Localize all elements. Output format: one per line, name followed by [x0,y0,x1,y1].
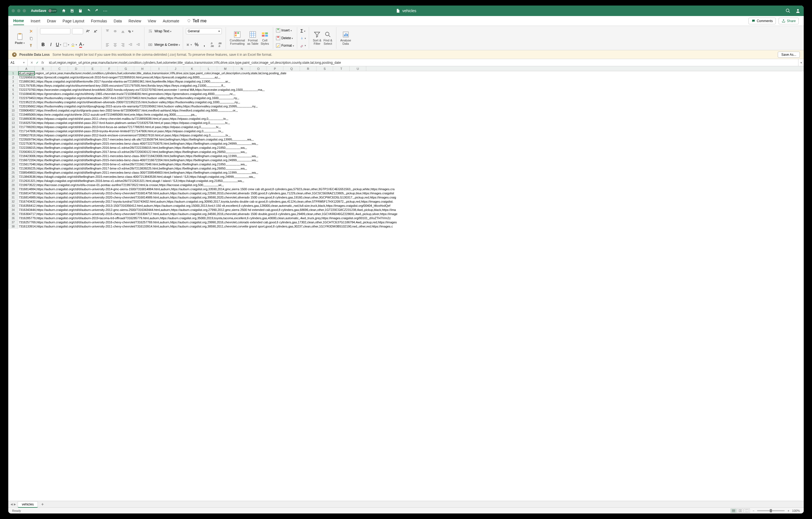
merge-centre-button[interactable]: Merge & Centre [154,43,180,47]
confirm-formula-button[interactable]: ✓ [36,61,39,65]
format-painter-button[interactable] [28,42,34,49]
maximize-window[interactable] [23,9,26,12]
column-header-H[interactable]: H [134,66,151,71]
font-name-select[interactable] [40,28,70,34]
namebox-dropdown-icon[interactable]: ▼ [23,61,25,64]
row-header[interactable]: 17 [8,138,18,142]
cancel-formula-button[interactable]: ✕ [30,61,33,65]
cell-a34[interactable]: 7316343444,https://auburn.craigslist.org… [18,208,396,212]
comma-format-button[interactable]: , [201,42,207,48]
cut-button[interactable] [28,28,34,34]
spreadsheet-grid[interactable]: ABCDEFGHIJKLMNOPQRSTU 1id,url,region,reg… [8,66,804,501]
cell-a23[interactable]: 7215617048,https://bellingham.craigslist… [18,162,247,166]
cell-a16[interactable]: 7209027818,https://elpaso.craigslist.org… [18,133,231,138]
cell-a32[interactable]: 7316743432,https://auburn.craigslist.org… [18,200,393,204]
zoom-level[interactable]: 100% [792,509,800,512]
page-layout-view-button[interactable] [737,509,743,513]
tell-me[interactable]: Tell me [187,19,207,24]
underline-button[interactable]: U [56,42,62,48]
cell-a14[interactable]: 7217788283,https://elpaso.craigslist.org… [18,125,221,129]
cell-a11[interactable]: 7219485069,https://erie.craigslist.org/c… [18,113,197,117]
percent-format-button[interactable]: % [194,42,200,48]
row-header[interactable]: 16 [8,133,18,138]
cell-a37[interactable]: 7316257769,https://auburn.craigslist.org… [18,220,397,224]
tab-view[interactable]: View [148,17,156,25]
cell-a29[interactable]: 7316814884,https://auburn.craigslist.org… [18,187,395,191]
align-left-button[interactable] [105,42,111,48]
column-header-N[interactable]: N [234,66,250,71]
copy-button[interactable] [28,35,34,41]
column-header-I[interactable]: I [151,66,167,71]
fx-icon[interactable]: fx [41,61,44,65]
row-header[interactable]: 30 [8,191,18,195]
italic-button[interactable]: I [48,42,54,48]
wrap-text-icon-btn[interactable] [147,28,153,34]
row-header[interactable]: 13 [8,121,18,125]
normal-view-button[interactable] [730,509,736,513]
analyse-data-button[interactable]: Analyse Data [339,30,352,46]
row-header[interactable]: 34 [8,208,18,212]
cell-a19[interactable]: 7222206015,https://bellingham.craigslist… [18,146,247,150]
name-box[interactable]: A1 ▼ [8,59,28,66]
column-header-Q[interactable]: Q [283,66,300,71]
number-format-select[interactable]: General▾ [186,28,222,34]
row-header[interactable]: 8 [8,100,18,104]
home-icon[interactable] [62,8,66,13]
column-header-K[interactable]: K [184,66,201,71]
cell-a17[interactable]: 7223509794,https://bellingham.craigslist… [18,138,254,142]
row-header[interactable]: 10 [8,109,18,113]
row-header[interactable]: 9 [8,104,18,109]
row-header[interactable]: 1 [8,71,18,75]
row-header[interactable]: 11 [8,113,18,117]
align-right-button[interactable] [120,42,126,48]
undo-icon[interactable] [86,8,91,13]
row-header[interactable]: 12 [8,117,18,121]
row-header[interactable]: 36 [8,216,18,220]
delete-cells-button[interactable]: Delete [282,36,293,40]
cell-a33[interactable]: 7316356412,https://auburn.craigslist.org… [18,204,390,208]
fill-color-button[interactable] [71,42,77,48]
format-cells-button[interactable]: Format [282,43,294,48]
search-icon[interactable] [785,8,790,13]
comments-button[interactable]: Comments [749,18,776,24]
tab-automate[interactable]: Automate [163,17,179,25]
row-header[interactable]: 19 [8,146,18,150]
bold-button[interactable]: B [40,42,46,48]
cell-a18[interactable]: 7222753076,https://bellingham.craigslist… [18,142,258,146]
row-header[interactable]: 23 [8,162,18,166]
cell-a28[interactable]: 7219973522,https://lacrosse.craigslist.o… [18,183,224,187]
cell-a27[interactable]: 7212631321,https://skagit.craigslist.org… [18,179,244,183]
row-header[interactable]: 35 [8,212,18,216]
row-header[interactable]: 14 [8,125,18,129]
cell-a20[interactable]: 7220030122,https://bellingham.craigslist… [18,150,247,154]
column-header-G[interactable]: G [118,66,134,71]
decrease-indent-button[interactable] [127,42,134,48]
redo-icon[interactable] [95,8,99,13]
autosave[interactable]: AutoSave OFF [31,8,57,13]
accounting-format-button[interactable]: ⌘ [186,42,192,48]
row-header[interactable]: 31 [8,195,18,200]
cell-a25[interactable]: 7208549803,https://bellingham.craigslist… [18,171,258,175]
column-header-U[interactable]: U [350,66,366,71]
cell-a9[interactable]: 7220195662,https://hudsonvalley.craigsli… [18,104,258,109]
row-header[interactable]: 29 [8,187,18,191]
cell-a24[interactable]: 7213839225,https://bellingham.craigslist… [18,166,247,171]
account-icon[interactable] [795,8,801,13]
row-header[interactable]: 5 [8,88,18,92]
font-color-button[interactable]: A [79,42,85,48]
column-header-L[interactable]: L [201,66,217,71]
cell-a8[interactable]: 7221952215,https://hudsonvalley.craigsli… [18,100,240,104]
row-header[interactable]: 4 [8,84,18,88]
row-header[interactable]: 6 [8,92,18,96]
decrease-decimal-button[interactable]: .00.0 [217,42,223,48]
column-header-B[interactable]: B [35,66,51,71]
increase-indent-button[interactable] [135,42,141,48]
column-header-P[interactable]: P [267,66,283,71]
save-alt-icon[interactable] [78,8,83,13]
row-header[interactable]: 32 [8,200,18,204]
format-as-table-button[interactable]: Format as Table [246,30,260,46]
row-header[interactable]: 21 [8,154,18,158]
clear-button[interactable] [300,42,306,49]
cell-styles-button[interactable]: Cell Styles [260,30,270,46]
zoom-in-button[interactable]: + [787,509,789,512]
